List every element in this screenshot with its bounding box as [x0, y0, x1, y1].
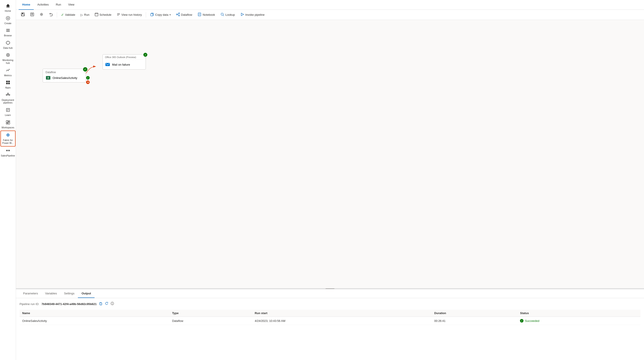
sidebar-item-fabric-label: Fabric for Power Bl...: [2, 139, 14, 144]
toolbar-divider-2: [146, 12, 146, 17]
svg-point-54: [221, 13, 223, 15]
run-history-icon: [117, 13, 120, 17]
sidebar-item-browse[interactable]: Browse: [0, 26, 16, 39]
browse-icon: [6, 28, 10, 33]
tab-activities[interactable]: Activities: [34, 0, 52, 10]
svg-rect-37: [95, 13, 98, 16]
bottom-tabs: Parameters Variables Settings Output: [16, 289, 644, 298]
cell-duration: 00:26:41: [432, 317, 518, 325]
sidebar-item-learn[interactable]: Learn: [0, 106, 16, 118]
metrics-icon: [6, 68, 10, 73]
dataflow-node[interactable]: ✓ Dataflow X OnlineSalesActivity ✓ ✕: [42, 69, 86, 82]
undo-button[interactable]: [46, 11, 55, 18]
validate-button[interactable]: ✓ Validate: [59, 11, 78, 18]
output-content: Pipeline run ID: 7b948349-4471-42f4-a49b…: [16, 298, 644, 360]
toolbar: ✓ Validate ▷ Run Schedule View run histo…: [16, 10, 644, 20]
cell-status: ✓ Succeeded: [517, 317, 640, 325]
main-content: Home Activities Run View: [16, 0, 644, 360]
dataflow-activity-icon: X: [46, 75, 51, 80]
publish-button[interactable]: [28, 11, 36, 18]
copy-data-dropdown-icon: ▾: [170, 13, 171, 16]
tab-home[interactable]: Home: [19, 0, 34, 10]
notebook-button[interactable]: Notebook: [195, 11, 217, 18]
pipeline-canvas-area[interactable]: ✓ Dataflow X OnlineSalesActivity ✓ ✕ ✓ O…: [16, 20, 644, 288]
sidebar-item-create-label: Create: [4, 22, 12, 25]
status-dot-succeeded: ✓: [520, 319, 524, 323]
o365-node[interactable]: ✓ Office 365 Outlook (Preview) Mail on f…: [102, 54, 146, 70]
lookup-button[interactable]: Lookup: [218, 11, 237, 18]
svg-line-48: [177, 13, 178, 14]
run-button[interactable]: ▷ Run: [78, 11, 92, 18]
svg-rect-25: [6, 123, 8, 124]
tab-settings[interactable]: Settings: [60, 289, 78, 298]
invoke-pipeline-button[interactable]: Invoke pipeline: [238, 11, 267, 18]
svg-point-45: [176, 14, 177, 15]
col-run-start: Run start: [252, 310, 432, 317]
sidebar-item-metrics-label: Metrics: [4, 74, 12, 77]
dataflow-node-activity: X OnlineSalesActivity: [46, 75, 83, 80]
copy-data-button[interactable]: Copy data ▾: [148, 11, 173, 18]
dataflow-node-header: Dataflow: [46, 71, 83, 74]
col-type: Type: [169, 310, 252, 317]
schedule-button[interactable]: Schedule: [92, 11, 114, 18]
create-icon: [6, 16, 10, 21]
sidebar-item-deployment-pipelines[interactable]: Deployment pipelines: [0, 91, 16, 106]
svg-rect-4: [6, 30, 10, 31]
sidebar-item-browse-label: Browse: [4, 34, 12, 37]
table-row[interactable]: OnlineSalesActivity Dataflow 4/24/2023, …: [20, 317, 640, 325]
o365-success-badge: ✓: [143, 53, 147, 57]
dataflow-activity-name: OnlineSalesActivity: [52, 76, 77, 80]
view-run-history-button[interactable]: View run history: [114, 11, 144, 18]
save-button[interactable]: [19, 11, 27, 18]
svg-rect-22: [6, 121, 8, 123]
publish-icon: [30, 12, 34, 17]
svg-point-64: [112, 303, 112, 303]
workspaces-icon: [6, 120, 10, 125]
cell-run-start: 4/24/2023, 10:43:56 AM: [252, 317, 432, 325]
fabric-icon: [6, 133, 10, 138]
svg-text:X: X: [48, 77, 49, 79]
dataflow-button[interactable]: Dataflow: [174, 11, 194, 18]
svg-rect-10: [8, 81, 10, 82]
sidebar-item-home-label: Home: [5, 9, 11, 12]
pipeline-settings-button[interactable]: [37, 11, 46, 18]
sidebar-item-deployment-label: Deployment pipelines: [1, 99, 15, 104]
dataflow-success-badge: ✓: [83, 67, 88, 72]
sidebar-item-create[interactable]: Create: [0, 14, 16, 27]
validate-icon: ✓: [61, 13, 64, 17]
tab-variables[interactable]: Variables: [42, 289, 60, 298]
sidebar-item-data-hub[interactable]: Data hub: [0, 39, 16, 51]
sidebar-item-apps[interactable]: Apps: [0, 78, 16, 91]
svg-line-55: [223, 15, 224, 16]
refresh-icon[interactable]: [105, 302, 108, 306]
sidebar-item-metrics[interactable]: Metrics: [0, 66, 16, 79]
svg-rect-5: [6, 31, 10, 32]
tab-run[interactable]: Run: [52, 0, 64, 10]
sales-pipeline-icon: [6, 148, 10, 153]
sidebar-item-monitoring-hub[interactable]: Monitoring hub: [0, 51, 16, 66]
save-icon: [21, 12, 25, 17]
sidebar-item-sales-pipeline[interactable]: SalesPipeline: [0, 147, 16, 159]
tab-output[interactable]: Output: [78, 289, 94, 298]
info-icon[interactable]: [110, 302, 114, 306]
tab-view[interactable]: View: [64, 0, 78, 10]
svg-rect-33: [22, 14, 24, 16]
tab-parameters[interactable]: Parameters: [20, 289, 42, 298]
status-label: Succeeded: [525, 319, 539, 323]
undo-icon: [49, 12, 53, 17]
svg-rect-24: [8, 122, 10, 124]
svg-rect-9: [6, 81, 8, 82]
home-icon: [6, 3, 10, 9]
sidebar-item-fabric-power-bi[interactable]: Fabric for Power Bl...: [0, 131, 16, 147]
sidebar-item-workspaces-label: Workspaces: [2, 126, 14, 129]
svg-point-46: [178, 13, 180, 14]
svg-point-47: [178, 15, 180, 16]
dataflow-icon: [176, 12, 180, 17]
copy-run-id-icon[interactable]: [99, 302, 102, 306]
notebook-icon: [198, 12, 202, 17]
sidebar-item-home[interactable]: Home: [0, 2, 16, 14]
o365-activity-name: Mail on failure: [112, 63, 130, 66]
sidebar-item-workspaces[interactable]: Workspaces: [0, 118, 16, 131]
resize-line: [326, 288, 334, 289]
svg-point-15: [7, 93, 8, 94]
